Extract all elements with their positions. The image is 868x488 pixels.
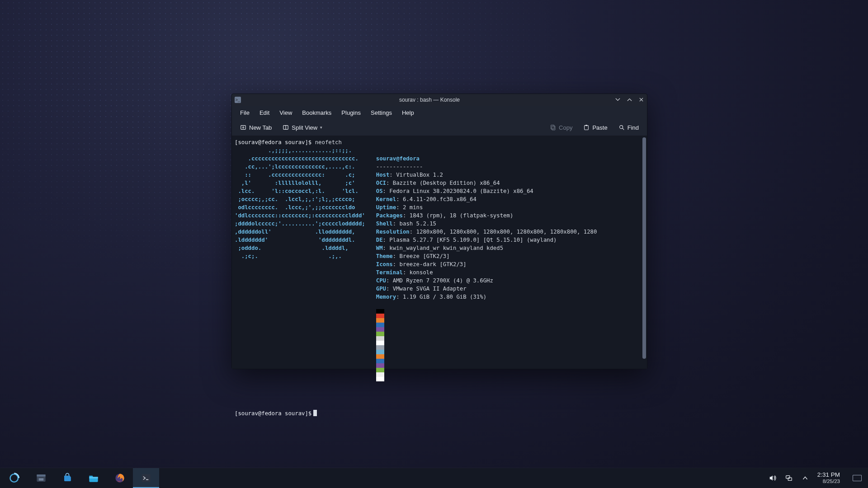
terminal-icon: >_ [235,97,241,103]
maximize-button[interactable] [626,97,632,103]
neofetch-field: Icons: breeze-dark [GTK2/3] [376,260,597,268]
find-button[interactable]: Find [614,122,643,133]
terminal-scrollbar[interactable] [642,137,646,359]
volume-icon[interactable] [769,474,777,482]
neofetch-field: OCI: Bazzite (Desktop Edition) x86_64 [376,179,597,187]
neofetch-field: Memory: 1.19 GiB / 3.80 GiB (31%) [376,293,597,301]
neofetch-field: DE: Plasma 5.27.7 [KF5 5.109.0] [Qt 5.15… [376,236,597,244]
svg-rect-14 [89,477,98,479]
system-tray: 2:31 PM 8/25/23 [769,472,864,484]
svg-rect-5 [585,126,589,130]
color-palette [376,309,597,381]
taskbar-item-firefox[interactable] [107,468,133,488]
chevron-down-icon: ▾ [320,125,322,130]
neofetch-field: CPU: AMD Ryzen 7 2700X (4) @ 3.6GHz [376,277,597,285]
close-button[interactable] [638,97,644,103]
svg-rect-6 [586,125,588,126]
split-view-button[interactable]: Split View ▾ [278,122,327,133]
taskbar-item-discover[interactable] [54,468,80,488]
find-label: Find [627,124,639,131]
taskbar-item-konsole[interactable] [133,468,159,488]
clock-date: 8/25/23 [817,479,840,484]
show-desktop-button[interactable] [853,475,862,481]
menu-help[interactable]: Help [397,108,419,118]
svg-rect-11 [37,474,45,476]
neofetch-field: GPU: VMware SVGA II Adapter [376,285,597,293]
taskbar: 2:31 PM 8/25/23 [0,468,868,488]
neofetch-output: .,;;;;,............;::;;. .ccccccccccccc… [235,146,647,398]
split-view-label: Split View [292,124,317,131]
neofetch-ascii-logo: .,;;;;,............;::;;. .ccccccccccccc… [235,146,365,398]
clock-time: 2:31 PM [817,472,840,479]
neofetch-field: Resolution: 1280x800, 1280x800, 1280x800… [376,228,597,236]
konsole-window: >_ sourav : bash — Konsole File Edit Vie… [231,94,647,369]
terminal-prompt-line: [sourav@fedora sourav]$ neofetch [235,138,647,146]
neofetch-field: Kernel: 6.4.11-200.fc38.x86_64 [376,195,597,203]
neofetch-field: OS: Fedora Linux 38.20230824.0 (Bazzite)… [376,187,597,195]
window-title: sourav : bash — Konsole [245,97,614,103]
neofetch-field: Theme: Breeze [GTK2/3] [376,252,597,260]
svg-rect-4 [552,126,555,130]
app-launcher-button[interactable] [2,468,28,488]
neofetch-info-column: sourav@fedora --------------Host: Virtua… [376,146,597,398]
neofetch-field: Terminal: konsole [376,268,597,277]
window-titlebar[interactable]: >_ sourav : bash — Konsole [232,94,647,106]
neofetch-field: Host: VirtualBox 1.2 [376,171,597,179]
svg-line-8 [623,128,624,130]
svg-rect-3 [551,125,554,129]
menu-file[interactable]: File [236,108,254,118]
svg-point-7 [619,126,623,129]
menu-settings[interactable]: Settings [366,108,396,118]
new-tab-button[interactable]: New Tab [236,122,276,133]
terminal-viewport[interactable]: [sourav@fedora sourav]$ neofetch .,;;;;,… [232,136,647,369]
neofetch-field: Packages: 1843 (rpm), 18 (flatpak-system… [376,211,597,220]
menu-view[interactable]: View [275,108,297,118]
copy-label: Copy [559,124,572,131]
neofetch-field: Uptime: 2 mins [376,203,597,211]
menu-bar: File Edit View Bookmarks Plugins Setting… [232,106,647,119]
terminal-cursor [313,410,317,416]
clock[interactable]: 2:31 PM 8/25/23 [817,472,840,484]
terminal-prompt-line-2: [sourav@fedora sourav]$ [235,409,647,418]
neofetch-field: Shell: bash 5.2.15 [376,220,597,228]
new-tab-label: New Tab [249,124,272,131]
menu-plugins[interactable]: Plugins [337,108,365,118]
paste-button[interactable]: Paste [579,122,612,133]
taskbar-item-system-settings[interactable] [28,468,54,488]
neofetch-field: WM: kwin_wayland_wr kwin_wayland kded5 [376,244,597,252]
menu-edit[interactable]: Edit [255,108,274,118]
menu-bookmarks[interactable]: Bookmarks [297,108,336,118]
network-icon[interactable] [785,474,793,482]
svg-rect-16 [142,474,150,482]
tool-bar: New Tab Split View ▾ Copy Paste Find [232,119,647,136]
tray-expand-icon[interactable] [801,474,809,482]
paste-label: Paste [592,124,607,131]
copy-button[interactable]: Copy [545,122,577,133]
svg-point-9 [10,474,19,482]
taskbar-item-dolphin[interactable] [80,468,107,488]
minimize-button[interactable] [614,97,621,103]
